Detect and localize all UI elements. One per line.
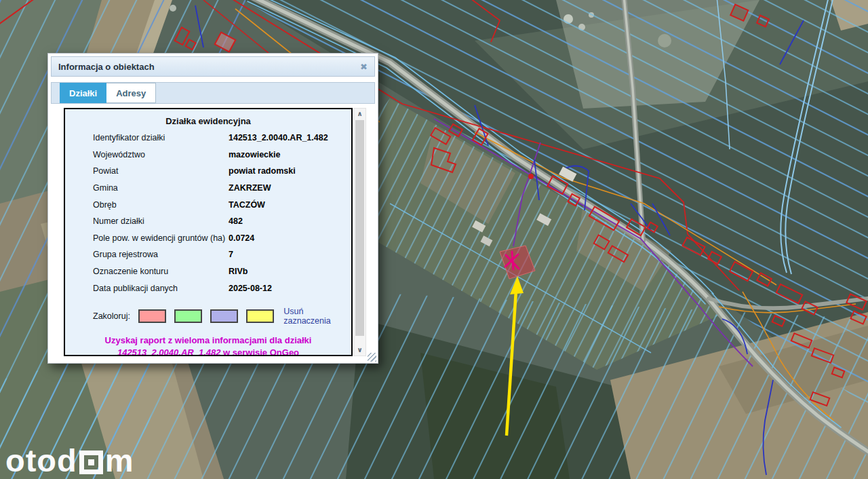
dialog-resize-handle[interactable] <box>368 353 376 362</box>
dialog-content: Działka ewidencyjna Identyfikator działk… <box>51 108 375 360</box>
table-row: Pole pow. w ewidencji gruntów (ha) 0.072… <box>65 230 351 247</box>
tab-strip: Działki Adresy <box>51 82 375 104</box>
row-value: 7 <box>229 250 233 259</box>
row-value: ZAKRZEW <box>229 183 271 193</box>
row-value: RIVb <box>229 267 248 276</box>
row-label: Gmina <box>93 183 229 193</box>
dialog-titlebar[interactable]: Informacja o obiektach ✖ <box>51 56 375 77</box>
object-info-dialog: Informacja o obiektach ✖ Działki Adresy … <box>47 53 378 364</box>
colorize-swatch-yellow[interactable] <box>246 309 274 323</box>
otodom-watermark: otodm <box>5 444 134 476</box>
scroll-up-icon[interactable]: ∧ <box>354 109 366 119</box>
report-parcel-id: 142513_2.0040.AR_1.482 <box>117 347 221 356</box>
row-value: mazowieckie <box>229 150 280 159</box>
scroll-down-icon[interactable]: ∨ <box>354 345 366 356</box>
report-link-line1: Uzyskaj raport z wieloma informacjami dl… <box>105 335 312 345</box>
row-label: Pole pow. w ewidencji gruntów (ha) <box>93 233 229 243</box>
table-row: Obręb TACZÓW <box>65 196 351 213</box>
scrollbar-thumb[interactable] <box>355 120 364 336</box>
row-label: Powiat <box>93 166 229 176</box>
row-label: Data publikacji danych <box>93 284 229 293</box>
tab-adresy[interactable]: Adresy <box>106 83 156 103</box>
table-row: Gmina ZAKRZEW <box>65 180 351 197</box>
panel-title: Działka ewidencyjna <box>65 109 351 130</box>
vertical-scrollbar[interactable]: ∧ ∨ <box>353 108 366 356</box>
close-icon[interactable]: ✖ <box>360 62 368 71</box>
table-row: Identyfikator działki 142513_2.0040.AR_1… <box>65 130 351 147</box>
colorize-swatch-green[interactable] <box>174 309 202 323</box>
row-value: TACZÓW <box>229 200 265 210</box>
colorize-swatch-lavender[interactable] <box>210 309 238 323</box>
colorize-label: Zakoloruj: <box>93 311 130 321</box>
row-value: 482 <box>229 216 243 226</box>
row-label: Obręb <box>93 200 229 210</box>
watermark-text-after: m <box>105 444 134 476</box>
tab-dzialki[interactable]: Działki <box>60 83 106 103</box>
ongeo-report-link[interactable]: Uzyskaj raport z wieloma informacjami dl… <box>65 334 351 356</box>
row-label: Grupa rejestrowa <box>93 250 229 259</box>
row-label: Numer działki <box>93 216 229 226</box>
parcel-detail-panel: Działka ewidencyjna Identyfikator działk… <box>64 108 353 356</box>
row-value: 2025-08-12 <box>229 284 272 293</box>
table-row: Oznaczenie konturu RIVb <box>65 263 351 280</box>
row-label: Identyfikator działki <box>93 133 229 142</box>
table-row: Grupa rejestrowa 7 <box>65 246 351 263</box>
colorize-swatch-pink[interactable] <box>138 309 166 323</box>
row-value: 142513_2.0040.AR_1.482 <box>229 133 328 142</box>
map-viewer: otodm Informacja o obiektach ✖ Działki A… <box>0 0 868 479</box>
watermark-text-before: otod <box>5 444 77 476</box>
square-window-icon <box>79 451 103 474</box>
row-value: powiat radomski <box>229 166 296 176</box>
row-label: Województwo <box>93 150 229 159</box>
row-label: Oznaczenie konturu <box>93 267 229 276</box>
table-row: Województwo mazowieckie <box>65 147 351 164</box>
report-link-suffix: w serwisie OnGeo <box>220 347 299 356</box>
table-row: Numer działki 482 <box>65 213 351 230</box>
clear-selection-link[interactable]: Usuń zaznaczenia <box>283 307 351 326</box>
dialog-title: Informacja o obiektach <box>58 62 155 72</box>
table-row: Powiat powiat radomski <box>65 163 351 180</box>
table-row: Data publikacji danych 2025-08-12 <box>65 280 351 296</box>
row-value: 0.0724 <box>229 233 254 243</box>
colorize-row: Zakoloruj: Usuń zaznaczenia <box>93 307 351 326</box>
